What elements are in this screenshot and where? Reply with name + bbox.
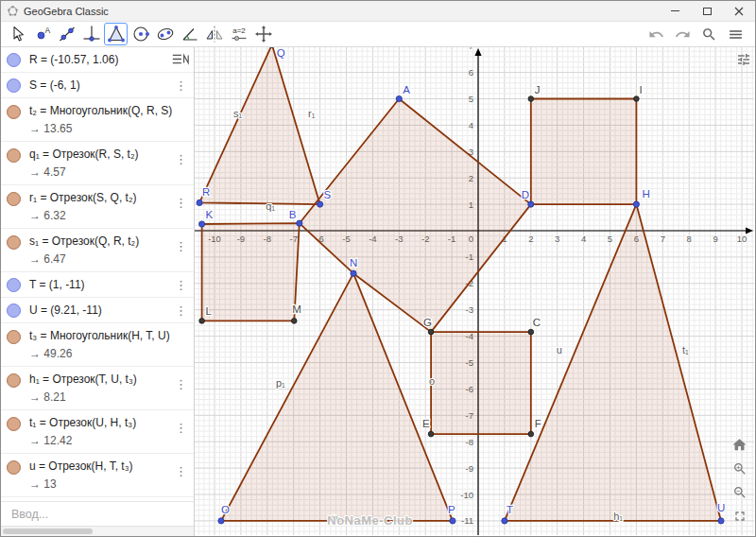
angle-tool[interactable] — [178, 23, 201, 45]
algebra-input[interactable] — [9, 507, 185, 522]
row-menu-icon[interactable]: ⋮ — [175, 153, 187, 165]
redo-button[interactable] — [675, 26, 691, 43]
row-menu-icon[interactable]: ⋮ — [175, 465, 187, 477]
point-A[interactable] — [396, 95, 402, 101]
point-N[interactable] — [351, 270, 356, 276]
point-label: E — [422, 418, 430, 429]
algebra-style-icon[interactable] — [171, 52, 190, 66]
watermark: NoNaMe-Club — [327, 513, 413, 528]
zoom-in-button[interactable] — [732, 461, 747, 476]
row-menu-icon[interactable]: ⋮ — [175, 240, 187, 252]
reflect-tool[interactable] — [202, 23, 226, 45]
point-tool[interactable]: A — [30, 23, 54, 45]
angle-icon — [180, 24, 200, 44]
point-label: I — [639, 84, 642, 95]
point-K[interactable] — [199, 221, 205, 227]
circle-tool[interactable] — [129, 23, 152, 45]
point-marble[interactable] — [7, 78, 21, 93]
point-F[interactable] — [528, 431, 534, 437]
algebra-row[interactable]: U = (9.21, -11)⋮ — [1, 298, 194, 323]
algebra-row[interactable]: r₁ = Отрезок(S, Q, t₂)→ 6.32⋮ — [1, 185, 194, 229]
point-R[interactable] — [197, 199, 202, 205]
conic-tool[interactable] — [153, 23, 177, 45]
segment-label: h₁ — [613, 511, 623, 522]
point-marble[interactable] — [7, 278, 21, 292]
path-marble[interactable] — [7, 460, 21, 475]
point-marble[interactable] — [7, 303, 21, 318]
graphics-view[interactable]: -10-9-8-7-6-5-4-3-2-112345678910-11-10-9… — [195, 47, 754, 535]
algebra-input-row[interactable] — [1, 501, 194, 526]
algebra-row[interactable]: R = (-10.57, 1.06) — [1, 47, 194, 73]
algebra-row[interactable]: h₁ = Отрезок(T, U, t₃)→ 8.21⋮ — [1, 367, 194, 410]
point-P[interactable] — [450, 518, 455, 524]
algebra-row[interactable]: t₁ = Отрезок(U, H, t₃)→ 12.42⋮ — [1, 410, 194, 454]
point-E[interactable] — [428, 431, 434, 437]
row-menu-icon[interactable]: ⋮ — [175, 197, 187, 209]
point-M[interactable] — [291, 319, 297, 324]
svg-text:-8: -8 — [466, 437, 473, 447]
graphics-area[interactable]: -10-9-8-7-6-5-4-3-2-112345678910-11-10-9… — [195, 47, 755, 536]
maximize-button[interactable] — [691, 1, 723, 21]
path-marble[interactable] — [7, 192, 21, 206]
undo-button[interactable] — [648, 26, 664, 43]
row-menu-icon[interactable]: ⋮ — [175, 279, 187, 291]
point-U[interactable] — [718, 518, 724, 524]
algebra-entry: q₁ = Отрезок(R, S, t₂)→ 4.57 — [29, 147, 139, 179]
algebra-row[interactable]: q₁ = Отрезок(R, S, t₂)→ 4.57⋮ — [1, 142, 194, 185]
polygon[interactable] — [202, 223, 300, 320]
algebra-row[interactable]: s₁ = Отрезок(Q, R, t₂)→ 6.47⋮ — [1, 229, 194, 272]
path-marble[interactable] — [7, 373, 21, 388]
polygon[interactable] — [431, 332, 531, 434]
algebra-row[interactable]: S = (-6, 1)⋮ — [1, 73, 194, 98]
path-marble[interactable] — [7, 417, 21, 431]
algebra-row[interactable]: u = Отрезок(H, T, t₃)→ 13⋮ — [1, 454, 194, 497]
point-marble[interactable] — [7, 53, 21, 67]
polygon[interactable] — [300, 99, 531, 333]
algebra-row[interactable]: T = (1, -11)⋮ — [1, 272, 194, 298]
point-L[interactable] — [199, 319, 205, 324]
search-button[interactable] — [701, 26, 717, 43]
point-O[interactable] — [218, 518, 224, 524]
slider-tool[interactable]: a=2 — [227, 23, 250, 45]
menu-button[interactable] — [728, 26, 744, 43]
graphics-settings-button[interactable] — [736, 52, 751, 67]
row-menu-icon[interactable]: ⋮ — [175, 79, 187, 92]
point-I[interactable] — [634, 96, 640, 102]
minimize-button[interactable] — [659, 1, 691, 21]
scrollbar-thumb[interactable] — [3, 528, 93, 534]
path-marble[interactable] — [7, 148, 21, 163]
fullscreen-button[interactable] — [732, 509, 747, 524]
zoom-out-button[interactable] — [732, 485, 747, 500]
polygon[interactable] — [199, 47, 320, 204]
path-marble[interactable] — [7, 235, 21, 250]
line-tool[interactable] — [55, 23, 78, 45]
point-J[interactable] — [528, 96, 534, 102]
algebra-row[interactable]: t₂ = Многоугольник(Q, R, S)→ 13.65 — [1, 98, 194, 142]
point-label: O — [221, 504, 230, 515]
row-menu-icon[interactable]: ⋮ — [175, 422, 187, 434]
polygon-icon — [106, 24, 127, 44]
slider-icon: a=2 — [229, 24, 249, 44]
home-button[interactable] — [731, 437, 747, 453]
path-marble[interactable] — [7, 105, 21, 119]
point-T[interactable] — [502, 518, 507, 524]
path-marble[interactable] — [7, 330, 21, 344]
point-G[interactable] — [428, 329, 434, 335]
algebra-row[interactable]: t₃ = Многоугольник(H, T, U)→ 49.26 — [1, 323, 194, 367]
polygon[interactable] — [531, 99, 637, 205]
point-C[interactable] — [528, 329, 534, 335]
point-B[interactable] — [297, 220, 302, 226]
point-D[interactable] — [528, 201, 534, 207]
row-menu-icon[interactable]: ⋮ — [175, 304, 187, 317]
hamburger-menu-icon — [728, 26, 744, 43]
polygon-tool[interactable] — [104, 23, 128, 45]
algebra-hscrollbar[interactable] — [1, 526, 194, 536]
point-H[interactable] — [633, 201, 639, 207]
close-button[interactable] — [723, 1, 755, 21]
row-menu-icon[interactable]: ⋮ — [175, 378, 187, 390]
move-tool[interactable] — [6, 23, 29, 45]
perpendicular-line-tool[interactable] — [79, 23, 103, 45]
move-graphics-view-tool[interactable] — [251, 23, 275, 45]
toolbar-right — [648, 26, 750, 43]
point-S[interactable] — [318, 201, 323, 207]
